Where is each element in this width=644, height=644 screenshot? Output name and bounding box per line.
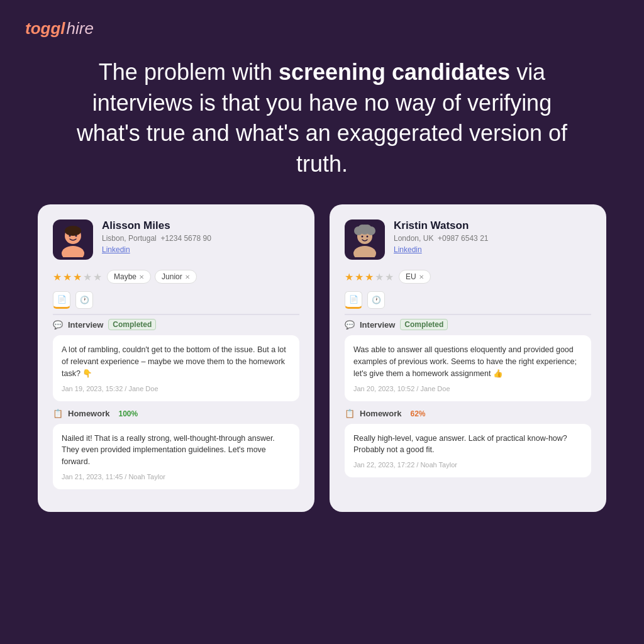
- tag-junior-close[interactable]: ✕: [185, 274, 190, 280]
- star-4: ★: [83, 271, 92, 283]
- stars-alisson: ★ ★ ★ ★ ★: [53, 271, 102, 283]
- svg-point-14: [362, 236, 364, 238]
- logo: toggl hire: [25, 19, 94, 38]
- profile-linkedin-kristin[interactable]: Linkedin: [394, 245, 591, 254]
- svg-point-4: [69, 235, 71, 237]
- tag-maybe-close[interactable]: ✕: [139, 274, 144, 280]
- stars-kristin: ★ ★ ★ ★ ★: [345, 271, 394, 283]
- tab-icon-clock-k[interactable]: 🕐: [367, 291, 385, 309]
- interview-badge-kristin: Completed: [400, 319, 448, 330]
- tab-icon-doc-k[interactable]: 📄: [345, 291, 362, 309]
- star-k1: ★: [345, 271, 353, 283]
- star-5: ★: [93, 271, 102, 283]
- profile-location-kristin: London, UK +0987 6543 21: [394, 234, 591, 243]
- card-kristin: Kristin Watson London, UK +0987 6543 21 …: [330, 204, 606, 512]
- note-card-interview-kristin: Was able to answer all questions eloquen…: [345, 335, 591, 401]
- svg-point-2: [65, 226, 81, 236]
- profile-header-kristin: Kristin Watson London, UK +0987 6543 21 …: [345, 219, 591, 260]
- star-k5: ★: [385, 271, 394, 283]
- interview-label-k: Interview: [360, 320, 395, 330]
- svg-point-5: [75, 235, 77, 237]
- section-interview-kristin: 💬 Interview Completed Was able to answer…: [345, 319, 591, 401]
- tag-eu[interactable]: EU ✕: [399, 270, 431, 284]
- logo-hire: hire: [67, 19, 94, 38]
- interview-label: Interview: [68, 320, 103, 330]
- star-k3: ★: [365, 271, 374, 283]
- svg-point-15: [367, 236, 369, 238]
- section-interview-alisson: 💬 Interview Completed A lot of rambling,…: [53, 319, 299, 401]
- star-k2: ★: [355, 271, 364, 283]
- svg-point-12: [360, 225, 370, 235]
- tags-alisson: Maybe ✕ Junior ✕: [107, 270, 197, 284]
- homework-label-k: Homework: [360, 409, 401, 418]
- note-meta-homework-kristin: Jan 22, 2023, 17:22 / Noah Taylor: [353, 461, 582, 469]
- tag-eu-close[interactable]: ✕: [419, 274, 424, 280]
- note-text-homework-alisson: Nailed it! That is a really strong, well…: [62, 433, 291, 468]
- logo-toggl: toggl: [25, 19, 65, 38]
- tag-maybe[interactable]: Maybe ✕: [107, 270, 151, 284]
- star-2: ★: [63, 271, 72, 283]
- note-text-homework-kristin: Really high-level, vague answer. Lack of…: [353, 433, 582, 457]
- interview-badge-alisson: Completed: [108, 319, 156, 330]
- homework-label: Homework: [68, 409, 109, 418]
- section-homework-alisson: 📋 Homework 100% Nailed it! That is a rea…: [53, 409, 299, 489]
- section-header-homework-kristin: 📋 Homework 62%: [345, 409, 591, 419]
- profile-name-alisson: Alisson Miles: [102, 219, 299, 232]
- section-homework-kristin: 📋 Homework 62% Really high-level, vague …: [345, 409, 591, 478]
- profile-header-alisson: Alisson Miles Lisbon, Portugal +1234 567…: [53, 219, 299, 260]
- page: toggl hire The problem with screening ca…: [0, 0, 644, 644]
- note-meta-interview-kristin: Jan 20, 2023, 10:52 / Jane Doe: [353, 385, 582, 392]
- section-header-interview-kristin: 💬 Interview Completed: [345, 319, 591, 330]
- note-text-interview-alisson: A lot of rambling, couldn't get to the b…: [62, 344, 291, 379]
- note-card-interview-alisson: A lot of rambling, couldn't get to the b…: [53, 335, 299, 401]
- headline: The problem with screening candidates vi…: [70, 57, 574, 179]
- profile-location-alisson: Lisbon, Portugal +1234 5678 90: [102, 234, 299, 243]
- note-meta-interview-alisson: Jan 19, 2023, 15:32 / Jane Doe: [62, 385, 291, 392]
- homework-icon-k: 📋: [345, 409, 355, 418]
- star-3: ★: [73, 271, 82, 283]
- profile-info-kristin: Kristin Watson London, UK +0987 6543 21 …: [394, 219, 591, 254]
- stars-row-kristin: ★ ★ ★ ★ ★ EU ✕: [345, 270, 591, 284]
- headline-part1: The problem with: [99, 59, 279, 85]
- interview-icon: 💬: [53, 320, 63, 330]
- homework-icon: 📋: [53, 409, 63, 418]
- note-card-homework-alisson: Nailed it! That is a really strong, well…: [53, 424, 299, 489]
- tags-kristin: EU ✕: [399, 270, 431, 284]
- card-alisson: Alisson Miles Lisbon, Portugal +1234 567…: [38, 204, 314, 512]
- section-header-interview-alisson: 💬 Interview Completed: [53, 319, 299, 330]
- tag-junior[interactable]: Junior ✕: [155, 270, 197, 284]
- homework-badge-kristin: 62%: [406, 409, 429, 419]
- homework-badge-alisson: 100%: [114, 409, 142, 419]
- profile-info-alisson: Alisson Miles Lisbon, Portugal +1234 567…: [102, 219, 299, 254]
- tab-icons-alisson: 📄 🕐: [53, 291, 299, 315]
- tab-icon-doc[interactable]: 📄: [53, 291, 70, 309]
- section-header-homework-alisson: 📋 Homework 100%: [53, 409, 299, 419]
- profile-linkedin-alisson[interactable]: Linkedin: [102, 245, 299, 254]
- avatar-alisson: [53, 219, 93, 260]
- stars-row-alisson: ★ ★ ★ ★ ★ Maybe ✕ Junior ✕: [53, 270, 299, 284]
- note-meta-homework-alisson: Jan 21, 2023, 11:45 / Noah Taylor: [62, 473, 291, 480]
- cards-container: Alisson Miles Lisbon, Portugal +1234 567…: [25, 204, 619, 512]
- tab-icon-clock[interactable]: 🕐: [75, 291, 93, 309]
- avatar-kristin: [345, 219, 385, 260]
- tab-icons-kristin: 📄 🕐: [345, 291, 591, 315]
- profile-name-kristin: Kristin Watson: [394, 219, 591, 232]
- star-k4: ★: [375, 271, 384, 283]
- interview-icon-k: 💬: [345, 320, 355, 330]
- note-text-interview-kristin: Was able to answer all questions eloquen…: [353, 344, 582, 379]
- star-1: ★: [53, 271, 62, 283]
- note-card-homework-kristin: Really high-level, vague answer. Lack of…: [345, 424, 591, 478]
- headline-bold: screening candidates: [279, 59, 510, 85]
